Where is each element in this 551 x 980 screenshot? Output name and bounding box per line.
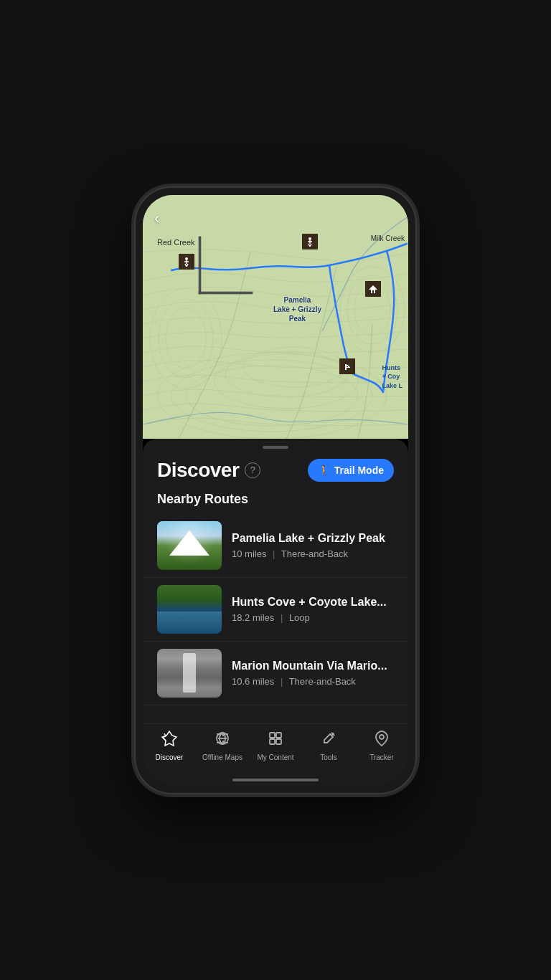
discover-title-group: Discover ? [157, 459, 260, 482]
discover-nav-icon [161, 730, 178, 751]
route-thumb-3 [157, 649, 222, 698]
nav-label-offline: Offline Maps [202, 753, 242, 761]
nav-item-offline[interactable]: Offline Maps [201, 730, 244, 761]
route-info-2: Hunts Cove + Coyote Lake... 18.2 miles |… [232, 595, 394, 624]
nearby-heading: Nearby Routes [143, 487, 408, 514]
nav-label-discover: Discover [156, 753, 184, 761]
map-section: Red Creek Milk Creek PameliaLake + Grizz… [143, 195, 408, 439]
nav-label-content: My Content [257, 753, 293, 761]
nav-item-discover[interactable]: Discover [148, 730, 191, 761]
bottom-sheet: Discover ? 🚶 Trail Mode Nearby Routes Pa… [143, 439, 408, 786]
home-bar [232, 779, 319, 781]
svg-rect-13 [199, 237, 201, 294]
svg-rect-45 [270, 739, 275, 744]
route-thumb-2 [157, 585, 222, 634]
route-info-3: Marion Mountain Via Mario... 10.6 miles … [232, 659, 394, 688]
offline-nav-icon [214, 730, 231, 751]
route-thumb-1 [157, 521, 222, 570]
route-item-1[interactable]: Pamelia Lake + Grizzly Peak 10 miles | T… [143, 514, 408, 578]
sheet-header: Discover ? 🚶 Trail Mode [143, 449, 408, 487]
route-meta-3: 10.6 miles | There-and-Back [232, 676, 394, 687]
svg-point-16 [185, 257, 188, 260]
tools-nav-icon [320, 730, 337, 751]
map-label-red-creek: Red Creek [157, 238, 195, 247]
map-label-milk-creek: Milk Creek [371, 234, 405, 242]
svg-rect-44 [276, 733, 281, 738]
svg-point-22 [309, 237, 311, 240]
help-button[interactable]: ? [245, 462, 260, 478]
route-name-1: Pamelia Lake + Grizzly Peak [232, 531, 394, 546]
bottom-nav: Discover Offline M [143, 723, 408, 776]
trail-marker-shelter [365, 281, 381, 297]
route-item-3[interactable]: Marion Mountain Via Mario... 10.6 miles … [143, 642, 408, 705]
svg-rect-35 [345, 367, 350, 368]
svg-rect-43 [270, 733, 275, 738]
routes-list: Pamelia Lake + Grizzly Peak 10 miles | T… [143, 514, 408, 723]
svg-point-47 [332, 733, 334, 735]
nav-item-tracker[interactable]: Tracker [360, 730, 403, 761]
route-name-3: Marion Mountain Via Mario... [232, 659, 394, 674]
route-meta-2: 18.2 miles | Loop [232, 612, 394, 623]
svg-rect-33 [347, 365, 348, 366]
trail-marker-hiker-2 [302, 234, 318, 249]
svg-rect-14 [199, 292, 253, 294]
svg-rect-30 [372, 290, 374, 293]
nav-item-content[interactable]: My Content [254, 730, 297, 761]
nav-label-tracker: Tracker [369, 753, 394, 761]
nav-label-tools: Tools [320, 753, 336, 761]
home-indicator [143, 776, 408, 786]
svg-point-48 [380, 735, 384, 739]
route-meta-1: 10 miles | There-and-Back [232, 548, 394, 559]
hiker-icon: 🚶 [318, 465, 330, 476]
trail-marker-summit [339, 358, 355, 374]
route-item-2[interactable]: Hunts Cove + Coyote Lake... 18.2 miles |… [143, 578, 408, 642]
tracker-nav-icon [373, 730, 390, 751]
back-button[interactable]: ‹ [154, 209, 159, 228]
trail-mode-button[interactable]: 🚶 Trail Mode [308, 459, 394, 482]
map-label-hunts: Hunts+ CoyLake L [382, 363, 402, 391]
svg-rect-46 [276, 739, 281, 744]
route-info-1: Pamelia Lake + Grizzly Peak 10 miles | T… [232, 531, 394, 560]
phone-frame: Red Creek Milk Creek PameliaLake + Grizz… [136, 188, 415, 793]
trail-mode-label: Trail Mode [334, 465, 384, 476]
trail-marker-hiker-1 [179, 254, 194, 270]
route-name-2: Hunts Cove + Coyote Lake... [232, 595, 394, 610]
nav-item-tools[interactable]: Tools [307, 730, 350, 761]
content-nav-icon [267, 730, 284, 751]
svg-rect-34 [348, 366, 349, 367]
sheet-handle-bar [143, 439, 408, 449]
map-label-pamelia: PameliaLake + GrizzlyPeak [273, 295, 321, 323]
phone-screen: Red Creek Milk Creek PameliaLake + Grizz… [143, 195, 408, 786]
discover-title: Discover [157, 459, 239, 482]
